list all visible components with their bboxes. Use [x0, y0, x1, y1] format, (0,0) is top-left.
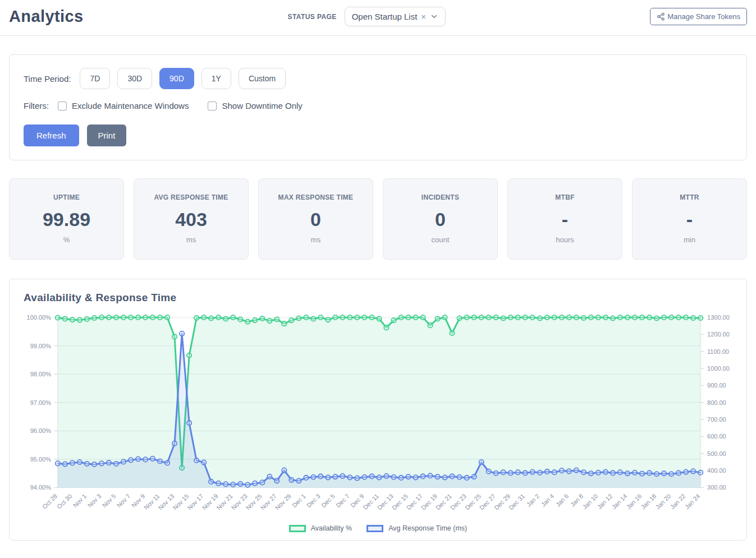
stat-unit: min [636, 236, 743, 244]
svg-text:96.00%: 96.00% [30, 427, 51, 434]
svg-text:Nov 15: Nov 15 [171, 492, 190, 511]
time-period-7d-button[interactable]: 7D [80, 68, 110, 89]
print-button[interactable]: Print [87, 124, 127, 146]
share-icon [657, 12, 665, 21]
svg-text:Nov 29: Nov 29 [274, 492, 292, 511]
svg-text:Dec 15: Dec 15 [391, 492, 409, 511]
stat-card-incidents: INCIDENTS 0 count [383, 178, 498, 260]
svg-text:Dec 3: Dec 3 [305, 492, 322, 509]
time-period-custom-button[interactable]: Custom [239, 68, 286, 89]
svg-text:Jan 2: Jan 2 [525, 492, 540, 508]
svg-text:500.00: 500.00 [707, 450, 726, 457]
svg-text:Nov 3: Nov 3 [86, 492, 103, 509]
svg-text:Dec 1: Dec 1 [291, 492, 307, 509]
svg-text:Dec 23: Dec 23 [449, 492, 468, 511]
svg-text:1100.00: 1100.00 [707, 348, 729, 355]
svg-text:Jan 16: Jan 16 [625, 492, 643, 510]
page-header: Analytics STATUS PAGE Open Startup List … [0, 0, 756, 36]
chart-card: Availability & Response Time 100.00%99.0… [9, 279, 747, 541]
checkbox-icon[interactable] [208, 102, 217, 110]
svg-text:Nov 27: Nov 27 [259, 492, 278, 511]
svg-text:900.00: 900.00 [707, 382, 726, 389]
stat-unit: % [13, 236, 120, 244]
checkbox-show-downtime[interactable]: Show Downtime Only [208, 101, 302, 110]
stat-value: 403 [138, 209, 245, 230]
svg-text:Oct 28: Oct 28 [41, 492, 58, 510]
svg-text:Jan 20: Jan 20 [654, 492, 672, 510]
svg-text:100.00%: 100.00% [27, 314, 52, 321]
refresh-button[interactable]: Refresh [24, 124, 79, 146]
svg-text:Nov 5: Nov 5 [101, 492, 117, 509]
svg-text:Nov 23: Nov 23 [230, 492, 249, 511]
stat-label: AVG RESPONSE TIME [138, 193, 245, 201]
svg-text:95.00%: 95.00% [30, 456, 51, 463]
svg-text:Jan 10: Jan 10 [581, 492, 599, 510]
stat-unit: hours [511, 236, 618, 244]
svg-text:Nov 13: Nov 13 [157, 492, 175, 511]
svg-text:1200.00: 1200.00 [707, 331, 730, 338]
stat-value: 0 [262, 209, 369, 230]
svg-text:300.00: 300.00 [707, 484, 726, 491]
svg-text:400.00: 400.00 [707, 467, 726, 474]
svg-text:94.00%: 94.00% [30, 484, 51, 491]
svg-text:Dec 21: Dec 21 [434, 492, 453, 511]
stat-unit: count [387, 236, 494, 244]
time-period-label: Time Period: [24, 74, 71, 84]
svg-text:Jan 18: Jan 18 [640, 492, 658, 510]
stat-label: MTTR [636, 193, 743, 201]
svg-text:Nov 17: Nov 17 [186, 492, 205, 511]
checkbox-exclude-maintenance[interactable]: Exclude Maintenance Windows [58, 101, 189, 110]
svg-text:Jan 24: Jan 24 [684, 492, 702, 510]
status-page-selector: STATUS PAGE Open Startup List × [84, 7, 650, 26]
svg-text:Oct 30: Oct 30 [56, 492, 73, 510]
stat-label: INCIDENTS [387, 193, 494, 201]
stat-card-mtbf: MTBF - hours [507, 178, 622, 260]
status-page-value: Open Startup List [352, 12, 418, 21]
status-page-select[interactable]: Open Startup List × [345, 7, 446, 26]
checkbox-show-downtime-label: Show Downtime Only [222, 101, 302, 110]
response-time-legend-label: Avg Response Time (ms) [388, 524, 467, 532]
time-period-1y-button[interactable]: 1Y [201, 68, 231, 89]
stat-value: - [511, 209, 618, 230]
stat-value: 0 [387, 209, 494, 230]
time-period-90d-button[interactable]: 90D [159, 68, 194, 89]
legend-item-availability[interactable]: Availability % [289, 524, 352, 532]
page-title: Analytics [9, 7, 84, 26]
status-page-label: STATUS PAGE [288, 13, 337, 21]
checkbox-exclude-maintenance-label: Exclude Maintenance Windows [72, 101, 189, 110]
svg-text:Jan 12: Jan 12 [596, 492, 614, 510]
response-time-legend-swatch [366, 525, 383, 532]
manage-share-tokens-button[interactable]: Manage Share Tokens [650, 8, 747, 25]
svg-text:Nov 1: Nov 1 [72, 492, 88, 509]
svg-text:99.00%: 99.00% [30, 343, 51, 349]
stat-label: MTBF [511, 193, 618, 201]
clear-selection-icon[interactable]: × [420, 12, 427, 21]
svg-text:Dec 31: Dec 31 [507, 492, 526, 511]
svg-text:Dec 17: Dec 17 [405, 492, 424, 511]
time-period-row: Time Period: 7D 30D 90D 1Y Custom [24, 68, 732, 89]
svg-text:1000.00: 1000.00 [707, 365, 730, 372]
svg-text:Dec 5: Dec 5 [320, 492, 336, 509]
stats-row: UPTIME 99.89 % AVG RESPONSE TIME 403 ms … [9, 178, 747, 260]
time-period-30d-button[interactable]: 30D [117, 68, 152, 89]
stat-card-mttr: MTTR - min [632, 178, 747, 260]
stat-unit: ms [138, 236, 245, 244]
legend-item-response-time[interactable]: Avg Response Time (ms) [366, 524, 467, 532]
stat-label: UPTIME [13, 193, 120, 201]
stat-card-uptime: UPTIME 99.89 % [9, 178, 124, 260]
svg-text:Nov 21: Nov 21 [216, 492, 234, 511]
svg-text:Jan 22: Jan 22 [669, 492, 687, 510]
filters-label: Filters: [24, 101, 49, 110]
stat-unit: ms [262, 236, 369, 244]
stat-value: - [636, 209, 743, 230]
stat-card-max-response: MAX RESPONSE TIME 0 ms [258, 178, 373, 260]
checkbox-icon[interactable] [58, 102, 67, 110]
svg-text:Jan 6: Jan 6 [555, 492, 570, 508]
availability-legend-label: Availability % [311, 524, 352, 532]
svg-text:98.00%: 98.00% [30, 371, 51, 377]
availability-response-chart: 100.00%99.00%98.00%97.00%96.00%95.00%94.… [10, 310, 746, 523]
manage-share-tokens-label: Manage Share Tokens [667, 12, 740, 21]
chevron-down-icon [430, 12, 438, 21]
chart-title: Availability & Response Time [24, 292, 746, 304]
svg-text:Jan 14: Jan 14 [611, 492, 629, 510]
